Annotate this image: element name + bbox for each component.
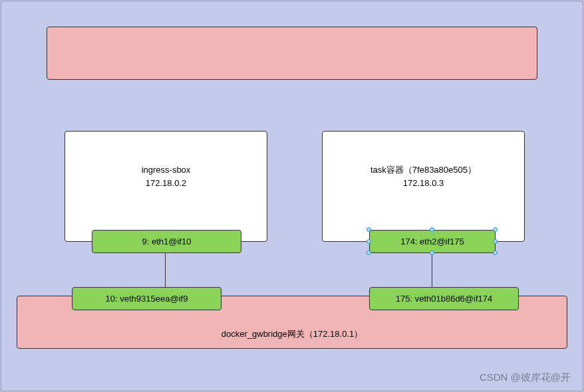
selection-handle[interactable] (430, 250, 434, 255)
veth1-interface: 10: veth9315eea@if9 (72, 287, 221, 310)
link-line-right (432, 253, 432, 287)
selection-handle[interactable] (430, 227, 434, 232)
task-container-ip: 172.18.0.3 (403, 177, 444, 190)
task-container: task容器（7fe83a80e505） 172.18.0.3 (322, 131, 525, 242)
veth1-label: 10: veth9315eea@if9 (106, 294, 188, 304)
selection-handle[interactable] (366, 250, 371, 255)
selection-handle[interactable] (366, 239, 371, 244)
veth2-label: 175: veth01b86d6@if174 (396, 294, 492, 304)
watermark: CSDN @彼岸花@开 (480, 371, 571, 384)
eth1-label: 9: eth1@if10 (142, 237, 192, 246)
eth2-interface[interactable]: 174: eth2@if175 (369, 230, 496, 253)
eth1-interface: 9: eth1@if10 (92, 230, 241, 253)
task-container-title: task容器（7fe83a80e505） (370, 163, 476, 177)
link-line-left (165, 253, 166, 287)
veth2-interface: 175: veth01b86d6@if174 (369, 287, 519, 310)
selection-handle[interactable] (493, 227, 498, 232)
selection-handle[interactable] (493, 250, 498, 255)
docker-gwbridge-label: docker_gwbridge网关（172.18.0.1） (221, 328, 363, 340)
selection-handle[interactable] (366, 227, 371, 232)
ingress-sbox-container: ingress-sbox 172.18.0.2 (65, 131, 267, 242)
ingress-sbox-title: ingress-sbox (142, 163, 191, 177)
eth2-label: 174: eth2@if175 (400, 237, 464, 246)
ingress-sbox-ip: 172.18.0.2 (146, 177, 186, 190)
top-pink-bar (47, 27, 537, 80)
selection-handle[interactable] (493, 239, 498, 244)
